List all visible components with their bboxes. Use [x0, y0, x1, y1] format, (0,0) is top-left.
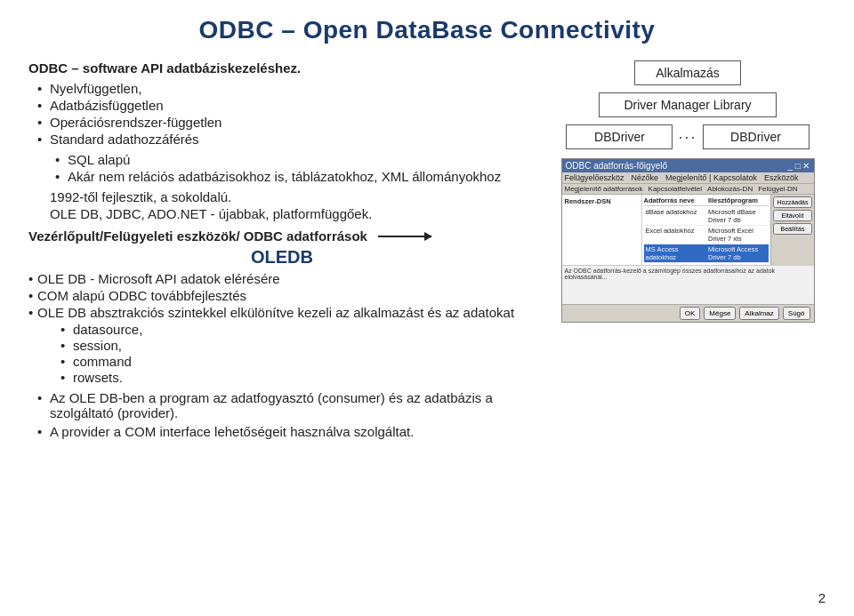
ss-menu-3: Megjelenítő | Kapcsolatok: [665, 173, 757, 182]
screenshot-box: ODBC adatforrás-főigyelő _ □ ✕ Felügyelő…: [561, 158, 815, 323]
ss-right-panel: Adatforrás neve Illesztőprogram dBase ad…: [642, 195, 771, 265]
ss-status-bar: OK Mégse Alkalmaz Súgó: [562, 304, 814, 322]
oledb-title: OLEDB: [28, 247, 536, 268]
ss-row-driver: Microsoft dBase Driver 7 db: [708, 208, 767, 224]
ss-eltavolit-button[interactable]: Eltávolít: [773, 210, 811, 221]
oledb-block: OLEDB OLE DB - Microsoft API adatok elér…: [28, 247, 536, 385]
ss-title-text: ODBC adatforrás-főigyelő: [566, 161, 668, 171]
ss-col1: Adatforrás neve: [644, 196, 705, 204]
main-bullet-list: Nyelvfüggetlen, Adatbázisfüggetlen Operá…: [28, 81, 536, 147]
ss-row-2[interactable]: MS Access adatokhoz Microsoft Access Dri…: [644, 244, 769, 263]
sub-bullet-list: SQL alapú Akár nem relációs adatbázisokh…: [28, 152, 536, 184]
intro-bold-line: ODBC – software API adatbáziskezeléshez.: [28, 60, 536, 76]
ss-row-name: MS Access adatokhoz: [646, 245, 705, 261]
line-1992: 1992-től fejlesztik, a sokoldalú.: [28, 189, 536, 204]
ss-toolbar: Megjelenítő adatforrások Kapcsolatfelvét…: [562, 184, 814, 195]
oledb-item-3: OLE DB absztrakciós szintekkel elkülönít…: [28, 305, 536, 320]
ss-row-name: Excel adatokhoz: [646, 227, 705, 243]
ss-col-headers: Adatforrás neve Illesztőprogram: [644, 196, 769, 206]
dots-icon: ···: [678, 128, 697, 147]
ss-menu-1: Felügyelőeszköz: [565, 173, 624, 182]
ss-window-controls: _ □ ✕: [787, 161, 810, 171]
oledb-item-1: OLE DB - Microsoft API adatok elérésére: [28, 271, 536, 286]
bottom-bullet-list: Az OLE DB-ben a program az adatfogyasztó…: [28, 390, 536, 439]
ss-menu-2: Nézőke: [632, 173, 659, 182]
sub-bullet-item: SQL alapú: [55, 152, 536, 167]
datasource-item: datasource,: [60, 322, 536, 337]
bullet-item: Nyelvfüggetlen,: [37, 81, 536, 96]
ss-help-button[interactable]: Súgó: [783, 307, 810, 320]
ss-ok-button[interactable]: OK: [680, 307, 701, 320]
page-number: 2: [818, 590, 826, 605]
bullet-item: Operációsrendszer-független: [37, 115, 536, 130]
ss-bottom-text: Az ODBC adatforrás-kezelő a számítógép ö…: [562, 265, 814, 304]
ss-row-driver: Microsoft Access Driver 7 db: [708, 245, 767, 261]
ss-content: Rendszer-DSN Adatforrás neve Illesztőpro…: [562, 195, 814, 265]
bullet-item: Adatbázisfüggetlen: [37, 98, 536, 113]
ss-toolbar-item: Megjelenítő adatforrások: [565, 185, 643, 193]
ss-side-buttons: Hozzáadás Eltávolít Beállítás: [770, 195, 813, 265]
ss-row-1[interactable]: Excel adatokhoz Microsoft Excel Driver 7…: [644, 226, 769, 244]
dbdriver-left-box: DBDriver: [566, 124, 673, 149]
bottom-bullet-2: A provider a COM interface lehetőségeit …: [37, 424, 536, 439]
ss-toolbar-item: Kapcsolatfelvétel: [649, 185, 702, 193]
dbdriver-right-box: DBDriver: [703, 124, 810, 149]
driver-manager-box: Driver Manager Library: [599, 92, 777, 117]
datasource-list: datasource, session, command rowsets.: [28, 322, 536, 385]
ss-toolbar-item: Ablokozás-DN: [707, 185, 753, 193]
line-oledb: OLE DB, JDBC, ADO.NET - újabbak, platfor…: [28, 206, 536, 221]
oledb-item-2: COM alapú ODBC továbbfejlesztés: [28, 288, 536, 303]
ss-col2: Illesztőprogram: [708, 196, 769, 204]
ss-cancel-button[interactable]: Mégse: [704, 307, 736, 320]
arrow-icon: [378, 236, 431, 237]
right-column: Alkalmazás Driver Manager Library DBDriv…: [550, 60, 826, 443]
bottom-bullet-1: Az OLE DB-ben a program az adatfogyasztó…: [37, 390, 536, 420]
datasource-item: command: [60, 354, 536, 369]
ss-dsn-label: Rendszer-DSN: [564, 196, 640, 206]
ss-toolbar-item: Felügyel-DN: [758, 185, 797, 193]
left-column: ODBC – software API adatbáziskezeléshez.…: [28, 60, 550, 443]
ss-menu-4: Eszközök: [764, 173, 799, 182]
ss-menubar: Felügyelőeszköz Nézőke Megjelenítő | Kap…: [562, 172, 814, 184]
alkalmazas-box: Alkalmazás: [634, 60, 741, 85]
ss-left-panel: Rendszer-DSN: [562, 195, 642, 265]
ss-row-name: dBase adatokhoz: [646, 208, 705, 224]
ss-row-driver: Microsoft Excel Driver 7 xls: [708, 227, 767, 243]
page-title: ODBC – Open DataBase Connectivity: [28, 16, 826, 44]
ss-row-0[interactable]: dBase adatokhoz Microsoft dBase Driver 7…: [644, 207, 769, 226]
ss-titlebar: ODBC adatforrás-főigyelő _ □ ✕: [562, 159, 814, 172]
ss-hozzaadas-button[interactable]: Hozzáadás: [773, 196, 811, 208]
dbdriver-row: DBDriver ··· DBDriver: [566, 124, 809, 149]
ss-beallitas-button[interactable]: Beállítás: [773, 223, 811, 235]
ss-apply-button[interactable]: Alkalmaz: [739, 307, 778, 320]
sub-bullet-item: Akár nem relációs adatbázisokhoz is, táb…: [55, 169, 536, 184]
datasource-item: session,: [60, 338, 536, 353]
datasource-item: rowsets.: [60, 370, 536, 385]
screenshot-inner: ODBC adatforrás-főigyelő _ □ ✕ Felügyelő…: [562, 159, 814, 322]
bullet-item: Standard adathozzáférés: [37, 132, 536, 147]
vezerlo-label: Vezérlőpult/Felügyeleti eszközök/ ODBC a…: [28, 228, 536, 244]
